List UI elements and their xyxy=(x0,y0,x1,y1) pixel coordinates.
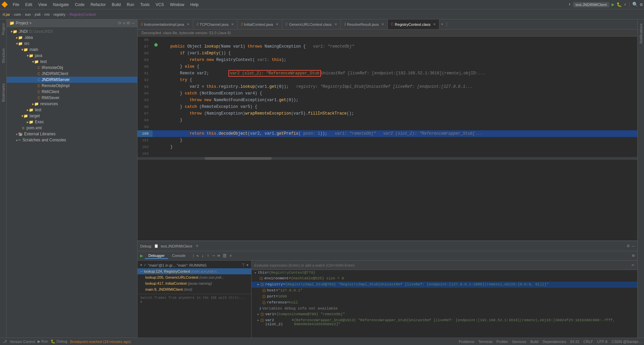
step-out-icon[interactable]: ↑ xyxy=(207,253,209,258)
frame-item-3[interactable]: main:9, JNDIRMIClient (test) xyxy=(138,286,251,292)
gear-icon[interactable]: ⚙ xyxy=(126,21,130,25)
debug-settings-icon[interactable]: ⚙ xyxy=(627,244,630,248)
structure-sidebar-label[interactable]: Structure xyxy=(1,46,6,66)
tree-item-java[interactable]: ▾📁 java xyxy=(7,53,137,59)
menu-tools[interactable]: Tools xyxy=(138,2,152,8)
menu-vcs[interactable]: VCS xyxy=(153,2,167,8)
debug-status[interactable]: 🐛 Debug xyxy=(51,339,67,344)
var-host[interactable]: ⓘ host = "127.0.0.1" xyxy=(252,288,637,294)
var-environment[interactable]: ⓘ environment = {Hashtable@525} size = 0 xyxy=(252,276,637,282)
settings-button[interactable]: ⚙ xyxy=(640,2,643,7)
tree-item-external-libs[interactable]: ▸📚 External Libraries xyxy=(7,131,137,137)
menu-view[interactable]: View xyxy=(36,2,50,8)
tree-item-jndirmiclient[interactable]: C JNDIRMIClient xyxy=(7,71,137,77)
eval-submit-icon[interactable]: ↵ xyxy=(632,263,635,267)
step-over-icon[interactable]: ↷ xyxy=(196,253,199,259)
close-icon-instrumentation[interactable]: ✕ xyxy=(187,22,190,26)
tree-item-exec[interactable]: ▸📁 Exec xyxy=(7,119,137,125)
debug-button[interactable]: 🐛 xyxy=(616,2,622,7)
breadcrumb-jar[interactable]: rt.jar xyxy=(3,12,10,16)
horizontal-scrollbar[interactable] xyxy=(138,157,637,160)
thread-expand-icon[interactable]: ▾ xyxy=(140,263,142,267)
breadcrumb-rmi[interactable]: rmi xyxy=(44,12,49,16)
minimize-button[interactable]: ─ xyxy=(131,21,135,25)
tree-item-resources[interactable]: ▸📁 resources xyxy=(7,101,137,107)
close-icon-generic[interactable]: ✕ xyxy=(334,22,337,26)
tree-root-jndi[interactable]: ▾📁 JNDI D:\Java\JNDI xyxy=(7,28,137,34)
breadcrumb-sun[interactable]: sun xyxy=(25,12,31,16)
profile-button[interactable]: ⚡ xyxy=(624,2,627,7)
tabs-overflow[interactable]: ▾ xyxy=(441,22,443,27)
menu-build[interactable]: Build xyxy=(109,2,123,8)
frame-item-1[interactable]: lookup:205, GenericURLContext (com.sun.j… xyxy=(138,274,251,280)
version-control-label[interactable]: Version Control xyxy=(10,340,35,344)
var-expand-registry[interactable]: ▾ xyxy=(257,282,259,287)
debug-close[interactable]: ✕ xyxy=(196,244,199,248)
menu-file[interactable]: File xyxy=(10,2,22,8)
dependencies-label[interactable]: Dependencies xyxy=(542,340,566,344)
menu-help[interactable]: Help xyxy=(187,2,201,8)
tree-item-scratches[interactable]: ▸✏ Scratches and Consoles xyxy=(7,137,137,143)
tree-item-src[interactable]: ▾📁 src xyxy=(7,41,137,47)
tab-tcpchannel[interactable]: J TCPChannel.java ✕ xyxy=(193,19,237,29)
frames-icon[interactable]: ☰ xyxy=(223,253,227,259)
evaluate-icon[interactable]: ⌨ xyxy=(217,253,220,259)
tree-item-main[interactable]: ▾📁 main xyxy=(7,47,137,53)
profiler-label[interactable]: Profiler xyxy=(496,340,508,344)
tab-registrycontext[interactable]: C RegistryContext.class ✕ xyxy=(388,19,440,29)
var-port[interactable]: ⓘ port = 1099 xyxy=(252,294,637,300)
var-expand-var2[interactable]: ▾ xyxy=(257,318,259,323)
tree-item-rmiclient[interactable]: C RMIClient xyxy=(7,89,137,95)
collapse-button[interactable]: ≡ xyxy=(123,21,125,25)
debug-minimize-icon[interactable]: ─ xyxy=(632,244,635,248)
close-icon-tcp[interactable]: ✕ xyxy=(231,22,234,26)
run-config-selector[interactable]: test.JNDIRMIClient xyxy=(573,2,610,7)
close-icon-initial[interactable]: ✕ xyxy=(276,22,278,26)
tree-item-test-folder[interactable]: ▾📁 test xyxy=(7,59,137,65)
tab-initialcontext[interactable]: J InitialContext.java ✕ xyxy=(237,19,282,29)
run-status[interactable]: ▶ Run xyxy=(38,339,48,344)
var-registry[interactable]: ▾ ⓘ registry = {RegistryImpl_Stub@783} "… xyxy=(252,282,637,288)
services-label[interactable]: Services xyxy=(512,340,526,344)
menu-run[interactable]: Run xyxy=(124,2,137,8)
debug-tab-debugger[interactable]: Debugger xyxy=(145,253,168,259)
var-var1[interactable]: ▾ ⓘ var1 = {CompositeName@780} "remoteOb… xyxy=(252,312,637,318)
close-icon-resolve[interactable]: ✕ xyxy=(381,22,384,26)
tree-item-test2[interactable]: ▸📁 test xyxy=(7,107,137,113)
var-expand-this[interactable]: ▾ xyxy=(254,271,257,275)
thread-filter-icon[interactable]: ⊤ xyxy=(242,263,245,267)
bookmarks-sidebar-label[interactable]: Bookmarks xyxy=(1,81,6,105)
build-label[interactable]: Build xyxy=(530,340,538,344)
close-icon-registry[interactable]: ✕ xyxy=(433,22,436,26)
breadcrumb-class[interactable]: RegistryContext xyxy=(69,12,96,16)
frame-item-2[interactable]: lookup:417, InitialContext (javax.naming… xyxy=(138,280,251,286)
breadcrumb-com[interactable]: com xyxy=(14,12,21,16)
threads-icon[interactable]: ⚡ xyxy=(229,253,232,259)
menu-edit[interactable]: Edit xyxy=(22,2,35,8)
tree-item-pom[interactable]: 🗎 pom.xml xyxy=(7,125,137,131)
vcs-icon[interactable]: ⬆ xyxy=(569,2,571,7)
tree-item-rmisever[interactable]: C RMISever xyxy=(7,95,137,101)
menu-navigate[interactable]: Navigate xyxy=(50,2,71,8)
resume-icon[interactable]: ▶ xyxy=(140,253,143,259)
breadcrumb-jndi[interactable]: jndi xyxy=(35,12,41,16)
thread-dropdown-icon[interactable]: ▾ xyxy=(247,263,249,267)
tab-resolveresult[interactable]: J ResolveResult.java ✕ xyxy=(341,19,388,29)
breadcrumb-registry[interactable]: registry xyxy=(53,12,65,16)
sync-button[interactable]: ⟳ xyxy=(118,21,121,25)
hint-close[interactable]: ✕ xyxy=(140,300,142,304)
tree-item-iremoteobj[interactable]: C IRemoteObj xyxy=(7,65,137,71)
var-reference[interactable]: ⓘ reference = null xyxy=(252,300,637,306)
tab-genericurlcontext[interactable]: C GenericURLContext.class ✕ xyxy=(282,19,341,29)
expand-debug-icon[interactable]: ⊞ xyxy=(632,253,635,258)
var-this[interactable]: ▾ this = {RegistryContext@779} xyxy=(252,270,637,276)
tree-item-idea[interactable]: ▸📁 .idea xyxy=(7,34,137,41)
project-dropdown-arrow[interactable]: ▾ xyxy=(30,21,32,25)
notifications-label[interactable]: Notifications xyxy=(638,21,644,46)
search-button[interactable]: 🔍 xyxy=(632,2,638,7)
project-sidebar-label[interactable]: Project xyxy=(1,21,6,38)
menu-refactor[interactable]: Refactor xyxy=(88,2,108,8)
tab-menu[interactable]: ⋮ xyxy=(445,22,449,27)
scrollbar-thumb[interactable] xyxy=(205,157,272,160)
frame-item-0[interactable]: ↩ lookup:124, RegistryContext (com.sun.j… xyxy=(138,268,251,274)
